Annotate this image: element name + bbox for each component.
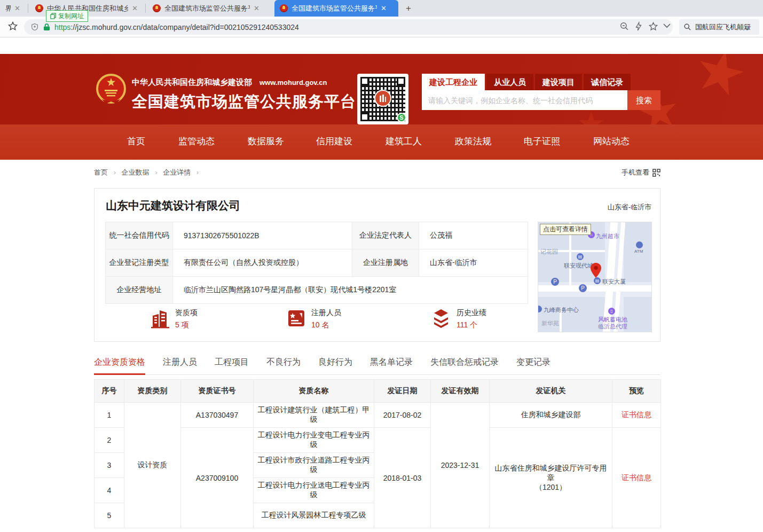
address-value: 临沂市兰山区陶然路107号星河晶都（联安）现代城1号楼2201室 — [173, 277, 528, 304]
browser-tab-active[interactable]: 全国建筑市场监管公共服务平台 ✕ — [274, 0, 398, 17]
nav-item-data-service[interactable]: 数据服务 — [248, 124, 284, 160]
brand-block: 中华人民共和国住房和城乡建设部www.mohurd.gov.cn 全国建筑市场监… — [132, 77, 356, 113]
stat-value: 5 项 — [175, 320, 198, 330]
parking-icon: P — [579, 284, 587, 292]
map-label-battery-2: 临沂总代理 — [598, 323, 627, 331]
building-glyph — [380, 95, 386, 102]
certificate-info-link[interactable]: 证书信息 — [622, 410, 651, 419]
breadcrumb-separator: › — [155, 168, 157, 176]
reg-type-label: 企业登记注册类型 — [106, 249, 173, 277]
stat-history: 历史业绩 111 个 — [431, 308, 486, 330]
lock-icon[interactable] — [43, 23, 50, 31]
legal-rep-label: 企业法定代表人 — [352, 222, 419, 249]
company-stats: 资质项 5 项 注册人员 10 名 — [105, 308, 528, 336]
parking-icon: P — [551, 278, 559, 286]
nav-item-policy[interactable]: 政策法规 — [455, 124, 491, 160]
search-tab-enterprise[interactable]: 建设工程企业 — [422, 74, 485, 90]
seq-cell: 5 — [95, 503, 124, 528]
chevron-down-icon[interactable] — [663, 24, 671, 28]
nav-item-site-news[interactable]: 网站动态 — [593, 124, 630, 160]
category-cell: 设计资质 — [124, 403, 181, 528]
favorite-star-icon[interactable] — [648, 21, 658, 32]
bookmark-star-icon[interactable] — [7, 21, 18, 32]
map-label-business-center: 九峰商务中心 — [544, 306, 579, 314]
cert-name-cell: 工程设计建筑行业（建筑工程）甲级 — [254, 403, 374, 428]
tab-close-icon[interactable]: ✕ — [381, 4, 387, 12]
search-tab-credit[interactable]: 诚信记录 — [584, 74, 631, 90]
copy-icon — [50, 13, 56, 19]
site-favicon — [35, 4, 43, 12]
col-cert-no: 资质证书号 — [181, 380, 254, 403]
tab-blacklist[interactable]: 黑名单记录 — [370, 353, 413, 372]
tab-strip: 界 ✕ 中华人民共和国住房和城乡建设 ✕ 全国建筑市场监管公共服务平台 ✕ 全国… — [0, 0, 763, 17]
tab-close-icon[interactable]: ✕ — [14, 4, 20, 12]
tab-qualifications[interactable]: 企业资质资格 — [94, 353, 145, 372]
seq-cell: 3 — [95, 453, 124, 478]
building-poi-icon: ▤ — [577, 253, 584, 260]
browser-tab-partial[interactable]: 界 ✕ — [0, 0, 26, 17]
flag-star-decoration: ★ — [687, 54, 754, 112]
qr-finder — [360, 77, 369, 85]
cert-name-cell: 工程设计风景园林工程专项乙级 — [254, 503, 374, 528]
breadcrumb-company-detail[interactable]: 企业详情 — [163, 168, 191, 176]
mobile-view-link[interactable]: 手机查看 — [622, 168, 660, 177]
tab-good-behavior[interactable]: 良好行为 — [318, 353, 352, 372]
shield-plus-icon[interactable] — [30, 22, 39, 32]
nav-item-supervision[interactable]: 监管动态 — [178, 124, 215, 160]
keyword-search-input[interactable] — [422, 90, 627, 110]
tab-change-records[interactable]: 变更记录 — [516, 353, 550, 372]
breadcrumb-separator: › — [196, 168, 199, 176]
tab-registered-personnel[interactable]: 注册人员 — [163, 353, 197, 372]
browser-tab-jzsc-1[interactable]: 全国建筑市场监管公共服务平台 ✕ — [147, 0, 271, 17]
preview-cell: 证书信息 — [612, 403, 661, 428]
nav-item-workers[interactable]: 建筑工人 — [386, 124, 422, 160]
url-text: https://jzsc.mohurd.gov.cn/data/company/… — [54, 23, 299, 32]
qr-finder — [397, 77, 405, 85]
url-bar[interactable]: https://jzsc.mohurd.gov.cn/data/company/… — [24, 19, 673, 35]
map-label-atm: ATM — [634, 249, 643, 254]
qr-small-icon — [652, 169, 660, 177]
table-row: 企业登记注册类型 有限责任公司（自然人投资或控股） 企业注册属地 山东省-临沂市 — [106, 249, 528, 277]
lightning-icon[interactable] — [634, 21, 643, 32]
search-icon — [683, 23, 691, 31]
new-tab-button[interactable]: + — [402, 2, 415, 15]
location-map[interactable]: ⌂ 九州超市 ATM 记花园 ▤ 联安现代城 ▤ 联安大厦 P P 九峰商务中心… — [538, 222, 652, 332]
site-favicon — [153, 4, 161, 12]
tab-close-icon[interactable]: ✕ — [132, 4, 138, 12]
zoom-out-icon[interactable] — [619, 21, 630, 32]
url-rest: ://jzsc.mohurd.gov.cn/data/company/detai… — [70, 23, 298, 32]
credit-code-value: 91371302675501022B — [173, 222, 352, 249]
certificate-info-link[interactable]: 证书信息 — [622, 473, 651, 482]
search-input-row: 搜索 — [422, 90, 660, 110]
url-scheme: https — [54, 23, 70, 32]
tab-projects[interactable]: 工程项目 — [215, 353, 249, 372]
search-button[interactable]: 搜索 — [627, 90, 660, 110]
company-region: 山东省-临沂市 — [608, 202, 651, 212]
qr-green-badge: S — [397, 113, 406, 122]
credit-code-label: 统一社会信用代码 — [106, 222, 173, 249]
building-poi-icon: ▤ — [594, 277, 601, 284]
company-name: 山东中元建筑设计有限公司 — [106, 198, 240, 213]
stat-label: 注册人员 — [311, 308, 341, 318]
breadcrumb-home[interactable]: 首页 — [94, 168, 108, 176]
detail-tabs: 企业资质资格 注册人员 工程项目 不良行为 良好行为 黑名单记录 失信联合惩戒记… — [94, 353, 660, 375]
nav-item-e-license[interactable]: 电子证照 — [524, 124, 560, 160]
tab-bad-behavior[interactable]: 不良行为 — [266, 353, 301, 372]
tab-title: 界 — [5, 4, 11, 13]
nav-item-home[interactable]: 首页 — [127, 124, 145, 160]
content-area: 首页 › 企业数据 › 企业详情 › 手机查看 山东中元建筑设计有限公司 山东省… — [94, 160, 660, 528]
col-issue-date: 发证日期 — [374, 380, 431, 403]
copy-url-tooltip[interactable]: 复制网址 — [46, 10, 88, 22]
search-tab-personnel[interactable]: 从业人员 — [486, 74, 533, 90]
qr-center-logo — [374, 90, 391, 107]
site-url: www.mohurd.gov.cn — [259, 79, 327, 87]
search-tab-project[interactable]: 建设项目 — [535, 74, 582, 90]
tab-dishonesty[interactable]: 失信联合惩戒记录 — [430, 353, 499, 372]
map-label-xinhua: 新华苑 — [541, 319, 559, 327]
quick-search-box[interactable]: 国航回应飞机颠簸 — [679, 19, 759, 35]
map-road — [538, 285, 652, 292]
breadcrumb-company-data[interactable]: 企业数据 — [122, 168, 150, 176]
tab-close-icon[interactable]: ✕ — [254, 4, 259, 12]
tab-divider — [28, 4, 28, 13]
nav-item-credit[interactable]: 信用建设 — [316, 124, 352, 160]
